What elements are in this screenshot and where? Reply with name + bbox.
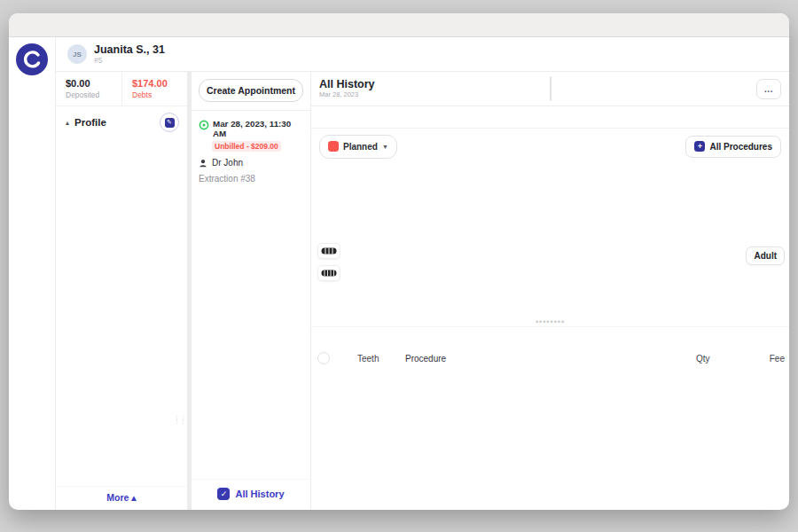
- resize-handle[interactable]: ••••••••: [536, 317, 565, 326]
- doctor-person-icon: [199, 159, 207, 168]
- appointment-doctor: Dr John: [212, 158, 243, 168]
- patient-avatar: JS: [67, 44, 87, 64]
- lower-jaw-icon[interactable]: [317, 265, 340, 281]
- all-procedures-button[interactable]: + All Procedures: [685, 136, 781, 158]
- maximize-window-icon[interactable]: [54, 20, 64, 30]
- main-column: JS Juanita S., 31 #5 $0.00 Deposi: [56, 37, 789, 510]
- dentition-toggle-button[interactable]: Adult: [746, 246, 785, 265]
- more-options-button[interactable]: ...: [756, 79, 781, 99]
- jaw-toggle-buttons: [317, 243, 340, 281]
- status-filter-label: Planned: [343, 142, 378, 152]
- debts-label: Debts: [132, 90, 187, 99]
- history-header: All History Mar 28, 2023 ...: [311, 72, 789, 106]
- appointment-card[interactable]: Mar 28, 2023, 11:30 AM Unbilled - $209.0…: [192, 111, 310, 192]
- dental-chart: Adult ••••••••: [311, 164, 789, 326]
- select-all-checkbox[interactable]: [317, 352, 330, 364]
- table-header-row: Teeth Procedure Qty Fee: [311, 348, 789, 369]
- logo-swoosh-icon: [21, 49, 43, 70]
- view-segmented-control: [550, 76, 552, 101]
- patient-identity: JS Juanita S., 31 #5: [56, 37, 250, 71]
- clock-icon: [199, 120, 209, 130]
- appointment-datetime: Mar 28, 2023, 11:30 AM: [213, 119, 303, 138]
- profile-section-header[interactable]: ▴ Profile ✎: [56, 106, 187, 137]
- appointment-billing-status: Unbilled - $209.00: [212, 141, 281, 152]
- all-history-label: All History: [235, 489, 284, 499]
- more-toggle[interactable]: More ▴: [56, 486, 187, 510]
- deposited-cell: $0.00 Deposited: [56, 72, 121, 106]
- all-procedures-label: All Procedures: [709, 142, 772, 152]
- procedure-category-tabs: [311, 106, 789, 129]
- patient-name: Juanita S., 31: [94, 44, 165, 56]
- appointments-panel: Create Appointment Mar 28, 2023, 11:30 A…: [192, 72, 311, 510]
- col-teeth: Teeth: [357, 354, 405, 364]
- checkbox-checked-icon: ✓: [217, 488, 230, 500]
- debts-amount: $174.00: [132, 78, 187, 89]
- history-panel: All History Mar 28, 2023 ... Planned: [311, 72, 789, 510]
- minimize-window-icon[interactable]: [37, 20, 47, 30]
- collapse-caret-icon: ▴: [66, 119, 69, 127]
- profile-section-title: Profile: [74, 117, 106, 128]
- history-title: All History: [319, 79, 375, 90]
- debts-cell: $174.00 Debts: [121, 72, 187, 106]
- history-date: Mar 28, 2023: [319, 90, 375, 98]
- chevron-up-icon: ▴: [131, 492, 136, 503]
- status-filter-dropdown[interactable]: Planned ▼: [319, 135, 397, 159]
- chevron-down-icon: ▼: [382, 144, 388, 150]
- patient-header: JS Juanita S., 31 #5: [56, 37, 789, 72]
- content-row: $0.00 Deposited $174.00 Debts ▴ Profile: [56, 72, 789, 510]
- patient-id: #5: [94, 56, 165, 65]
- screen-background: JS Juanita S., 31 #5 $0.00 Deposi: [0, 0, 798, 532]
- chart-toolbar: Planned ▼ + All Procedures: [311, 129, 789, 164]
- edit-profile-button[interactable]: ✎: [160, 113, 179, 132]
- app-window: JS Juanita S., 31 #5 $0.00 Deposi: [9, 13, 789, 510]
- close-window-icon[interactable]: [20, 20, 30, 30]
- pencil-icon: ✎: [165, 118, 175, 128]
- procedure-filter-tabs: [311, 326, 789, 348]
- deposited-amount: $0.00: [66, 78, 121, 89]
- deposited-label: Deposited: [66, 90, 121, 99]
- upper-jaw-icon[interactable]: [317, 243, 340, 259]
- planned-color-swatch: [328, 141, 339, 152]
- app-body: JS Juanita S., 31 #5 $0.00 Deposi: [9, 37, 789, 510]
- plus-square-icon: +: [694, 141, 705, 152]
- header-checkbox-cell: [311, 352, 336, 364]
- appointment-note: Extraction #38: [199, 174, 303, 184]
- nav-rail: [9, 37, 56, 510]
- history-title-block: All History Mar 28, 2023: [319, 79, 375, 98]
- procedures-table: Teeth Procedure Qty Fee: [311, 348, 789, 511]
- create-appointment-button[interactable]: Create Appointment: [199, 79, 303, 102]
- window-titlebar: [9, 13, 789, 37]
- all-history-checkbox[interactable]: ✓ All History: [192, 479, 310, 510]
- patient-panel: $0.00 Deposited $174.00 Debts ▴ Profile: [56, 72, 192, 510]
- col-qty: Qty: [696, 354, 739, 364]
- col-fee: Fee: [739, 354, 789, 364]
- balance-summary: $0.00 Deposited $174.00 Debts: [56, 72, 187, 106]
- app-logo[interactable]: [16, 43, 48, 75]
- panel-drag-handle[interactable]: ⋮⋮⋮⋮: [174, 416, 186, 423]
- col-procedure: Procedure: [405, 354, 696, 364]
- patient-name-block: Juanita S., 31 #5: [94, 44, 165, 65]
